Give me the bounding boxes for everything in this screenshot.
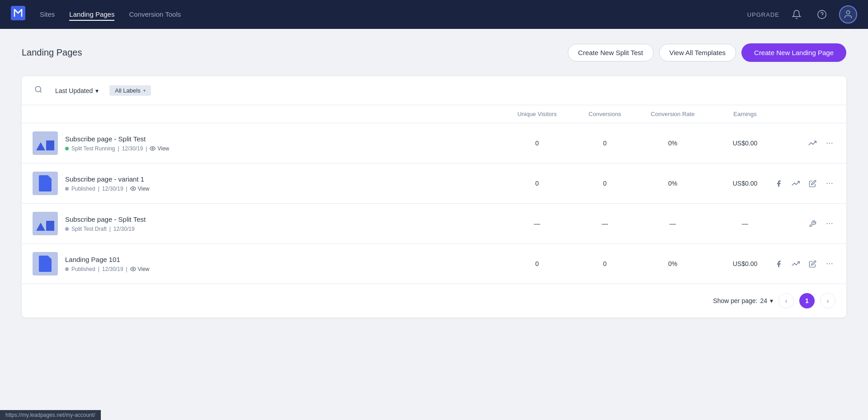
upgrade-link[interactable]: UPGRADE — [747, 11, 779, 18]
row-date: 12/30/19 — [113, 226, 135, 232]
row-info: Landing Page 101 Published | 12/30/19 | … — [33, 252, 501, 275]
svg-point-19 — [829, 263, 830, 264]
row-text: Subscribe page - Split Test Split Test D… — [65, 215, 146, 232]
svg-point-14 — [827, 223, 828, 224]
cell-conversions: 0 — [573, 260, 637, 267]
more-button[interactable] — [824, 258, 835, 270]
status-dot — [65, 267, 69, 271]
table-header: Unique Visitors Conversions Conversion R… — [22, 105, 846, 123]
row-meta: Published | 12/30/19 | View — [65, 186, 149, 192]
more-button[interactable] — [824, 218, 835, 229]
trend-button[interactable] — [790, 258, 802, 270]
svg-point-16 — [831, 223, 832, 224]
nav-conversion-tools[interactable]: Conversion Tools — [129, 9, 181, 21]
row-date: 12/30/19 — [102, 266, 123, 272]
create-split-test-button[interactable]: Create New Split Test — [568, 44, 654, 61]
sort-filter-button[interactable]: Last Updated ▾ — [52, 85, 102, 96]
nav-landing-pages[interactable]: Landing Pages — [69, 9, 114, 21]
per-page-select[interactable]: Show per page: 24 ▾ — [713, 297, 773, 304]
cell-unique-visitors: 0 — [501, 180, 573, 187]
row-name: Subscribe page - variant 1 — [65, 175, 149, 183]
avatar[interactable] — [839, 5, 857, 23]
cell-unique-visitors: 0 — [501, 260, 573, 267]
cell-unique-visitors: — — [501, 220, 573, 227]
row-text: Subscribe page - variant 1 Published | 1… — [65, 175, 149, 192]
row-meta: Split Test Running | 12/30/19 | View — [65, 145, 169, 152]
row-meta: Published | 12/30/19 | View — [65, 266, 149, 272]
row-thumbnail — [33, 131, 58, 155]
cell-conversions: 0 — [573, 180, 637, 187]
search-button[interactable] — [33, 84, 44, 98]
view-link[interactable]: View — [130, 266, 150, 272]
row-text: Landing Page 101 Published | 12/30/19 | … — [65, 256, 149, 272]
view-link[interactable]: View — [130, 186, 150, 192]
table-row: Subscribe page - variant 1 Published | 1… — [22, 163, 846, 204]
separator: | — [98, 266, 99, 272]
view-link[interactable]: View — [150, 145, 169, 152]
separator: | — [126, 186, 127, 192]
svg-point-17 — [132, 268, 134, 270]
help-button[interactable] — [814, 6, 830, 23]
cell-conversion-rate: 0% — [637, 260, 709, 267]
cell-earnings: US$0.00 — [709, 260, 781, 267]
facebook-button[interactable] — [773, 178, 784, 189]
status-bar: https://my.leadpages.net/my-account/ — [0, 410, 101, 420]
col-unique-visitors: Unique Visitors — [501, 111, 573, 117]
status-dot — [65, 147, 69, 150]
table-toolbar: Last Updated ▾ All Labels ▾ — [22, 76, 846, 105]
separator: | — [109, 226, 111, 232]
facebook-button[interactable] — [773, 258, 784, 270]
cell-earnings: — — [709, 220, 781, 227]
status-label: Published — [71, 266, 95, 272]
svg-point-18 — [827, 263, 828, 264]
label-filter[interactable]: All Labels ▾ — [109, 85, 151, 96]
status-dot — [65, 227, 69, 231]
svg-point-6 — [152, 148, 153, 149]
separator: | — [98, 186, 99, 192]
row-meta: Split Test Draft | 12/30/19 — [65, 226, 146, 232]
table-row: Landing Page 101 Published | 12/30/19 | … — [22, 244, 846, 284]
cell-earnings: US$0.00 — [709, 140, 781, 147]
cell-actions — [781, 177, 835, 189]
nav-links: Sites Landing Pages Conversion Tools — [40, 9, 747, 21]
trend-button[interactable] — [790, 177, 802, 189]
status-label: Published — [71, 186, 95, 192]
notifications-button[interactable] — [788, 6, 805, 23]
view-all-templates-button[interactable]: View All Templates — [659, 44, 736, 61]
more-button[interactable] — [824, 177, 835, 189]
table-row: Subscribe page - Split Test Split Test R… — [22, 123, 846, 163]
svg-point-4 — [35, 86, 41, 92]
svg-point-15 — [829, 223, 830, 224]
trend-button[interactable] — [807, 137, 818, 149]
thumb-triangle-icon — [36, 223, 45, 231]
row-date: 12/30/19 — [102, 186, 123, 192]
next-page-button[interactable]: › — [820, 293, 835, 308]
thumb-page-icon — [39, 256, 52, 272]
create-landing-page-button[interactable]: Create New Landing Page — [741, 43, 846, 62]
svg-line-5 — [40, 91, 41, 92]
separator: | — [146, 145, 147, 152]
page-header: Landing Pages Create New Split Test View… — [22, 43, 846, 62]
cell-actions — [781, 137, 835, 149]
logo[interactable] — [11, 6, 25, 23]
prev-page-button[interactable]: ‹ — [778, 293, 794, 308]
edit-button[interactable] — [807, 258, 818, 270]
edit-button[interactable] — [807, 178, 818, 189]
settings-wrench-button[interactable] — [807, 218, 818, 229]
cell-conversion-rate: 0% — [637, 140, 709, 147]
col-actions — [781, 111, 835, 117]
label-badge-text: All Labels — [115, 87, 140, 94]
sort-label: Last Updated — [55, 87, 93, 94]
cell-earnings: US$0.00 — [709, 180, 781, 187]
row-info: Subscribe page - variant 1 Published | 1… — [33, 172, 501, 195]
row-info: Subscribe page - Split Test Split Test R… — [33, 131, 501, 155]
current-page[interactable]: 1 — [799, 293, 815, 308]
svg-point-13 — [831, 183, 832, 184]
cell-actions — [781, 218, 835, 229]
cell-conversion-rate: 0% — [637, 180, 709, 187]
cell-unique-visitors: 0 — [501, 140, 573, 147]
navigation: Sites Landing Pages Conversion Tools UPG… — [0, 0, 868, 29]
nav-sites[interactable]: Sites — [40, 9, 55, 21]
more-button[interactable] — [824, 137, 835, 149]
col-conversion-rate: Conversion Rate — [637, 111, 709, 117]
